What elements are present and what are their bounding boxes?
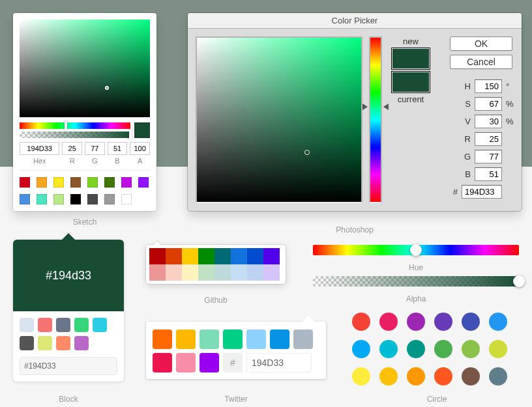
github-swatch[interactable]	[198, 264, 214, 281]
hex-input[interactable]	[20, 142, 59, 155]
preset-swatch[interactable]	[104, 177, 115, 188]
a-input[interactable]	[130, 142, 150, 155]
circle-swatch[interactable]	[352, 367, 370, 386]
github-swatch[interactable]	[263, 248, 280, 264]
github-swatch[interactable]	[149, 248, 166, 264]
twitter-swatch[interactable]	[176, 353, 196, 372]
circle-swatch[interactable]	[462, 313, 480, 331]
twitter-swatch[interactable]	[153, 353, 172, 372]
circle-swatch[interactable]	[489, 340, 507, 358]
preset-swatch[interactable]	[20, 177, 30, 188]
g-input[interactable]	[475, 150, 502, 163]
preset-swatch[interactable]	[121, 194, 132, 204]
preset-swatch[interactable]	[37, 177, 47, 188]
circle-swatch[interactable]	[379, 367, 398, 386]
b-input[interactable]	[475, 167, 502, 181]
twitter-swatch[interactable]	[293, 330, 313, 349]
hue-slider-vertical[interactable]	[369, 36, 382, 203]
block-swatch[interactable]	[74, 318, 89, 332]
h-input[interactable]	[475, 79, 502, 93]
circle-swatch[interactable]	[352, 340, 370, 358]
hex-input[interactable]	[20, 357, 117, 375]
hue-handle[interactable]	[65, 121, 67, 130]
g-input[interactable]	[85, 142, 105, 155]
github-swatch[interactable]	[182, 264, 198, 281]
s-input[interactable]	[475, 97, 502, 111]
twitter-swatch[interactable]	[200, 353, 219, 372]
circle-swatch[interactable]	[434, 367, 452, 386]
block-swatch[interactable]	[38, 318, 52, 332]
alpha-handle[interactable]	[129, 130, 132, 139]
circle-swatch[interactable]	[489, 367, 507, 386]
alpha-slider[interactable]	[313, 276, 519, 287]
preset-swatch[interactable]	[121, 177, 132, 188]
r-input[interactable]	[62, 142, 82, 155]
hue-slider[interactable]	[313, 245, 519, 255]
preset-swatch[interactable]	[53, 194, 64, 204]
twitter-swatch[interactable]	[176, 330, 196, 349]
hue-handle[interactable]	[410, 244, 422, 256]
preset-swatch[interactable]	[138, 177, 149, 188]
hash-icon: #	[223, 353, 243, 372]
preset-swatch[interactable]	[104, 194, 115, 204]
github-swatch[interactable]	[198, 248, 214, 264]
circle-swatch[interactable]	[462, 367, 480, 386]
cancel-button[interactable]: Cancel	[450, 55, 512, 69]
github-swatch[interactable]	[182, 248, 198, 264]
ok-button[interactable]: OK	[450, 36, 512, 51]
preset-swatch[interactable]	[70, 194, 81, 204]
v-input[interactable]	[475, 115, 502, 128]
saturation-panel[interactable]	[20, 20, 150, 117]
block-swatch[interactable]	[56, 318, 70, 332]
github-swatch[interactable]	[149, 264, 166, 281]
preset-swatch[interactable]	[53, 177, 64, 188]
preset-swatch[interactable]	[87, 177, 98, 188]
block-swatch[interactable]	[20, 318, 34, 332]
preset-swatch[interactable]	[87, 194, 98, 204]
github-swatch[interactable]	[231, 264, 247, 281]
github-swatch[interactable]	[247, 264, 263, 281]
r-input[interactable]	[475, 132, 502, 146]
circle-swatch[interactable]	[462, 340, 480, 358]
github-swatch[interactable]	[214, 248, 231, 264]
circle-swatch[interactable]	[434, 313, 452, 331]
preset-swatch[interactable]	[37, 194, 47, 204]
github-swatch[interactable]	[231, 248, 247, 264]
block-swatch[interactable]	[56, 336, 70, 350]
circle-swatch[interactable]	[434, 340, 452, 358]
hex-input[interactable]	[246, 353, 312, 372]
github-swatch[interactable]	[263, 264, 280, 281]
circle-swatch[interactable]	[407, 340, 425, 358]
s-label: S	[462, 99, 471, 109]
github-swatch[interactable]	[166, 248, 182, 264]
circle-swatch[interactable]	[407, 313, 425, 331]
github-swatch[interactable]	[214, 264, 231, 281]
github-swatch[interactable]	[247, 248, 263, 264]
twitter-swatch[interactable]	[270, 330, 289, 349]
block-swatch[interactable]	[93, 318, 107, 332]
twitter-swatch[interactable]	[246, 330, 266, 349]
hue-slider[interactable]	[20, 122, 130, 129]
github-swatch[interactable]	[166, 264, 182, 281]
circle-swatch[interactable]	[379, 313, 398, 331]
twitter-swatch[interactable]	[200, 330, 219, 349]
preset-swatch[interactable]	[70, 177, 81, 188]
saturation-pointer[interactable]	[105, 86, 109, 90]
hex-input[interactable]	[462, 185, 502, 199]
twitter-swatch[interactable]	[153, 330, 172, 349]
twitter-swatch[interactable]	[223, 330, 243, 349]
saturation-pointer[interactable]	[304, 150, 310, 155]
alpha-handle[interactable]	[513, 275, 525, 287]
preset-swatch[interactable]	[20, 194, 30, 204]
circle-swatch[interactable]	[379, 340, 398, 358]
circle-swatch[interactable]	[407, 367, 425, 386]
block-swatch[interactable]	[38, 336, 52, 350]
alpha-slider[interactable]	[20, 132, 130, 138]
circle-swatch[interactable]	[489, 313, 507, 331]
b-input[interactable]	[108, 142, 128, 155]
github-swatches	[149, 248, 282, 281]
saturation-panel[interactable]	[197, 38, 361, 202]
circle-swatch[interactable]	[352, 313, 370, 331]
block-swatch[interactable]	[20, 336, 34, 350]
block-swatch[interactable]	[74, 336, 89, 350]
